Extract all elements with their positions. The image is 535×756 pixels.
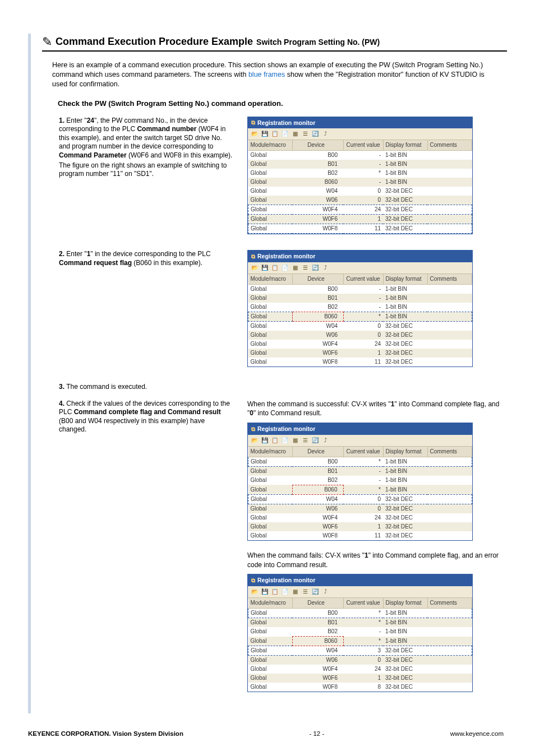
cell-comments xyxy=(427,312,472,322)
toolbar-list-icon[interactable]: ☰ xyxy=(301,588,309,596)
col-current[interactable]: Current value xyxy=(343,447,383,457)
col-current[interactable]: Current value xyxy=(343,598,383,609)
col-current[interactable]: Current value xyxy=(343,274,383,285)
regmon-title: Registration monitor xyxy=(257,252,315,261)
regmon-table: Module/macroDeviceCurrent valueDisplay f… xyxy=(248,140,472,234)
regmon-table: Module/macroDeviceCurrent valueDisplay f… xyxy=(248,598,472,692)
cell-module: Global xyxy=(248,531,293,540)
cell-device: W0F6 xyxy=(292,349,343,358)
table-row: GlobalW0F42432-bit DEC xyxy=(248,205,472,215)
toolbar-refresh-icon[interactable]: 🔄 xyxy=(311,588,319,596)
page-title-row: ✎ Command Execution Procedure Example Sw… xyxy=(42,34,507,52)
cell-comments xyxy=(427,494,472,504)
cell-comments xyxy=(427,674,472,683)
toolbar-list-icon[interactable]: ☰ xyxy=(301,130,309,138)
toolbar-paste-icon[interactable]: 📄 xyxy=(281,437,289,444)
toolbar-export-icon[interactable]: ⤴ xyxy=(321,588,329,596)
cell-comments xyxy=(427,466,472,476)
toolbar-grid-icon[interactable]: ▦ xyxy=(291,588,299,596)
cell-current: 11 xyxy=(343,531,383,540)
cell-comments xyxy=(427,522,472,531)
col-comments[interactable]: Comments xyxy=(427,140,472,151)
toolbar-list-icon[interactable]: ☰ xyxy=(301,264,309,272)
table-row: GlobalW0F6132-bit DEC xyxy=(248,674,472,683)
toolbar-export-icon[interactable]: ⤴ xyxy=(321,130,329,138)
cell-module: Global xyxy=(248,618,293,628)
cell-module: Global xyxy=(248,457,293,466)
col-comments[interactable]: Comments xyxy=(427,598,472,609)
col-device[interactable]: Device xyxy=(292,274,343,285)
cell-format: 32-bit DEC xyxy=(383,215,427,224)
toolbar-paste-icon[interactable]: 📄 xyxy=(281,130,289,138)
regmon-2: ⧉Registration monitor📂💾📋📄▦☰🔄⤴Module/macr… xyxy=(247,250,473,367)
cell-device: B01 xyxy=(292,294,343,303)
table-row: GlobalW06032-bit DEC xyxy=(248,331,472,340)
regmon-title: Registration monitor xyxy=(257,425,315,433)
cell-device: B02 xyxy=(292,476,343,485)
toolbar-export-icon[interactable]: ⤴ xyxy=(321,437,329,444)
footer-left: KEYENCE CORPORATION. Vision System Divis… xyxy=(28,730,183,737)
cell-format: 1-bit BIN xyxy=(383,151,427,160)
col-module[interactable]: Module/macro xyxy=(248,447,293,457)
toolbar-save-icon[interactable]: 💾 xyxy=(261,588,269,596)
toolbar-export-icon[interactable]: ⤴ xyxy=(321,264,329,272)
table-row: GlobalB00-1-bit BIN xyxy=(248,151,472,160)
cell-format: 32-bit DEC xyxy=(383,646,427,656)
toolbar-grid-icon[interactable]: ▦ xyxy=(291,130,299,138)
col-device[interactable]: Device xyxy=(292,598,343,609)
toolbar-copy-icon[interactable]: 📋 xyxy=(271,130,279,138)
regmon-toolbar: 📂💾📋📄▦☰🔄⤴ xyxy=(248,128,472,140)
col-module[interactable]: Module/macro xyxy=(248,274,293,285)
cell-module: Global xyxy=(248,196,293,205)
cell-comments xyxy=(427,457,472,466)
toolbar-save-icon[interactable]: 💾 xyxy=(261,437,269,444)
toolbar-refresh-icon[interactable]: 🔄 xyxy=(311,264,319,272)
toolbar-paste-icon[interactable]: 📄 xyxy=(281,264,289,272)
toolbar-copy-icon[interactable]: 📋 xyxy=(271,588,279,596)
cell-format: 32-bit DEC xyxy=(383,196,427,205)
toolbar-paste-icon[interactable]: 📄 xyxy=(281,588,289,596)
cell-comments xyxy=(427,224,472,234)
toolbar-list-icon[interactable]: ☰ xyxy=(301,437,309,444)
toolbar-grid-icon[interactable]: ▦ xyxy=(291,437,299,444)
cell-device: B060 xyxy=(292,485,343,494)
cell-current: 24 xyxy=(343,665,383,674)
cell-format: 32-bit DEC xyxy=(383,331,427,340)
toolbar-refresh-icon[interactable]: 🔄 xyxy=(311,437,319,444)
toolbar-open-icon[interactable]: 📂 xyxy=(251,130,259,138)
cell-comments xyxy=(427,609,472,618)
cell-module: Global xyxy=(248,627,293,637)
toolbar-copy-icon[interactable]: 📋 xyxy=(271,437,279,444)
regmon-1: ⧉Registration monitor📂💾📋📄▦☰🔄⤴Module/macr… xyxy=(247,117,473,235)
table-row: GlobalW0F6132-bit DEC xyxy=(248,349,472,358)
toolbar-open-icon[interactable]: 📂 xyxy=(251,588,259,596)
toolbar-save-icon[interactable]: 💾 xyxy=(261,130,269,138)
col-comments[interactable]: Comments xyxy=(427,447,472,457)
cell-module: Global xyxy=(248,656,293,665)
table-row: GlobalW0F42432-bit DEC xyxy=(248,665,472,674)
col-format[interactable]: Display format xyxy=(383,598,427,609)
col-format[interactable]: Display format xyxy=(383,447,427,457)
col-format[interactable]: Display format xyxy=(383,274,427,285)
toolbar-save-icon[interactable]: 💾 xyxy=(261,264,269,272)
cell-current: - xyxy=(343,303,383,312)
cell-format: 1-bit BIN xyxy=(383,169,427,178)
toolbar-grid-icon[interactable]: ▦ xyxy=(291,264,299,272)
cell-device: W04 xyxy=(292,187,343,196)
toolbar-open-icon[interactable]: 📂 xyxy=(251,264,259,272)
col-device[interactable]: Device xyxy=(292,140,343,151)
col-module[interactable]: Module/macro xyxy=(248,598,293,609)
col-current[interactable]: Current value xyxy=(343,140,383,151)
col-module[interactable]: Module/macro xyxy=(248,140,293,151)
step3-text: 3. The command is executed. xyxy=(59,383,233,393)
toolbar-open-icon[interactable]: 📂 xyxy=(251,437,259,444)
col-comments[interactable]: Comments xyxy=(427,274,472,285)
regmon-titlebar: ⧉Registration monitor xyxy=(248,574,472,586)
cell-device: W0F4 xyxy=(292,665,343,674)
window-icon: ⧉ xyxy=(251,253,255,261)
col-format[interactable]: Display format xyxy=(383,140,427,151)
cell-device: B060 xyxy=(292,312,343,322)
toolbar-refresh-icon[interactable]: 🔄 xyxy=(311,130,319,138)
toolbar-copy-icon[interactable]: 📋 xyxy=(271,264,279,272)
col-device[interactable]: Device xyxy=(292,447,343,457)
